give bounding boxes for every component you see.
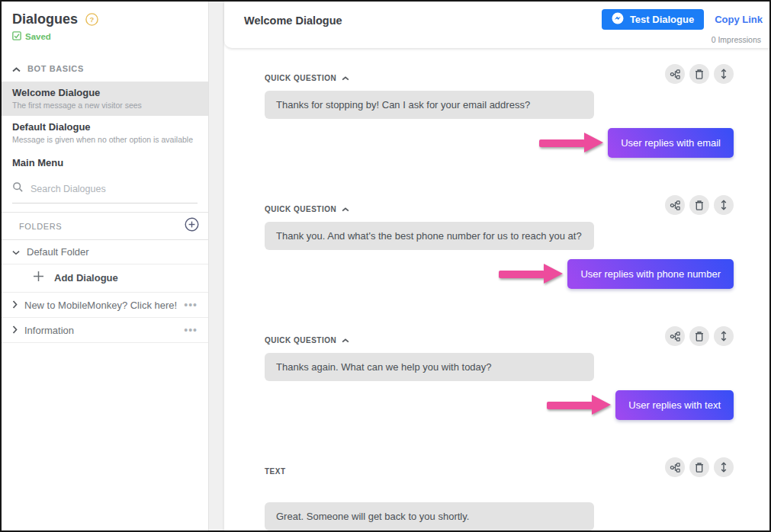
folder-new-to-mobilemonkey[interactable]: New to MobileMonkey? Click here! ••• [2, 292, 208, 317]
dialogue-item-description: Message is given when no other option is… [12, 135, 198, 144]
user-reply-button[interactable]: User replies with phone number [567, 259, 734, 289]
widget-type-toggle[interactable]: QUICK QUESTION [265, 336, 349, 346]
folder-information[interactable]: Information ••• [2, 317, 208, 343]
user-reply-button[interactable]: User replies with email [608, 128, 734, 158]
chevron-down-icon [12, 246, 20, 258]
plus-icon [33, 271, 44, 285]
folder-label: New to MobileMonkey? Click here! [24, 300, 184, 311]
bot-message-bubble[interactable]: Thanks for stopping by! Can I ask for yo… [265, 91, 594, 119]
bot-basics-label: BOT BASICS [27, 64, 84, 73]
delete-widget-button[interactable] [689, 195, 709, 215]
test-dialogue-label: Test Dialogue [630, 14, 694, 25]
chevron-right-icon [12, 300, 18, 311]
widget-quick-question-2: QUICK QUESTION Thank you. And what's the… [265, 195, 734, 289]
chevron-up-icon [342, 74, 349, 82]
annotation-arrow [547, 395, 611, 415]
saved-check-icon [12, 30, 21, 43]
add-dialogue-button[interactable]: Add Dialogue [2, 264, 208, 292]
app-window: Dialogues ? Saved BOT BASICS Welcome Dia… [0, 0, 771, 532]
widget-quick-question-1: QUICK QUESTION Thanks for stopping by! C… [265, 64, 734, 158]
connections-button[interactable] [665, 195, 685, 215]
folder-label: Default Folder [27, 246, 89, 258]
chevron-up-icon [342, 336, 349, 345]
connections-button[interactable] [665, 457, 685, 477]
user-reply-button[interactable]: User replies with text [615, 390, 734, 420]
svg-text:?: ? [90, 15, 95, 24]
ellipsis-icon[interactable]: ••• [184, 324, 198, 336]
dialogues-sidebar: Dialogues ? Saved BOT BASICS Welcome Dia… [2, 2, 209, 530]
dialogue-item-description: The first message a new visitor sees [12, 101, 198, 110]
copy-link[interactable]: Copy Link [715, 14, 763, 25]
sidebar-title: Dialogues [12, 11, 78, 27]
bot-message-bubble[interactable]: Thanks again. What can we help you with … [265, 353, 594, 381]
bot-basics-section-toggle[interactable]: BOT BASICS [12, 62, 198, 75]
folders-label: FOLDERS [19, 222, 62, 231]
folder-default[interactable]: Default Folder [2, 240, 208, 264]
dialogue-item-label: Default Dialogue [12, 121, 198, 133]
annotation-arrow [539, 133, 603, 153]
sidebar-item-default-dialogue[interactable]: Default Dialogue Message is given when n… [2, 116, 208, 150]
connections-button[interactable] [665, 64, 685, 84]
ellipsis-icon[interactable]: ••• [184, 299, 198, 311]
widget-type-label: QUICK QUESTION [265, 336, 336, 345]
widget-text: TEXT Great. Someone will get back to you… [265, 457, 734, 530]
reorder-widget-button[interactable] [714, 326, 734, 346]
search-input[interactable] [31, 184, 168, 194]
sidebar-item-welcome-dialogue[interactable]: Welcome Dialogue The first message a new… [2, 82, 208, 116]
reorder-widget-button[interactable] [714, 457, 734, 477]
dialogue-search [12, 181, 198, 204]
annotation-arrow [499, 264, 563, 284]
add-dialogue-label: Add Dialogue [54, 272, 118, 284]
help-icon[interactable]: ? [85, 13, 98, 26]
saved-status: Saved [25, 32, 51, 41]
folders-header: FOLDERS [2, 212, 208, 240]
chevron-right-icon [12, 325, 18, 336]
folder-label: Information [24, 325, 184, 336]
widget-type-toggle[interactable]: QUICK QUESTION [265, 74, 349, 84]
widget-quick-question-3: QUICK QUESTION Thanks again. What can we… [265, 326, 734, 420]
dialogue-title: Welcome Dialogue [244, 14, 342, 48]
delete-widget-button[interactable] [689, 457, 709, 477]
dialogue-header: Welcome Dialogue Test Dialogue Copy Link… [224, 2, 769, 48]
chevron-up-icon [12, 62, 21, 75]
widget-type-label: QUICK QUESTION [265, 74, 336, 82]
reorder-widget-button[interactable] [714, 64, 734, 84]
bot-message-bubble[interactable]: Great. Someone will get back to you shor… [265, 502, 594, 530]
reorder-widget-button[interactable] [714, 195, 734, 215]
test-dialogue-button[interactable]: Test Dialogue [602, 9, 704, 30]
dialogue-item-label: Main Menu [12, 157, 198, 168]
search-icon [12, 181, 24, 196]
connections-button[interactable] [665, 326, 685, 346]
widget-type-label: TEXT [265, 467, 286, 476]
impressions-count: 0 Impressions [712, 35, 761, 44]
dialogue-item-label: Welcome Dialogue [12, 87, 198, 98]
delete-widget-button[interactable] [689, 64, 709, 84]
bot-message-bubble[interactable]: Thank you. And what's the best phone num… [265, 222, 594, 250]
add-folder-icon[interactable] [185, 217, 199, 235]
dialogue-editor: Welcome Dialogue Test Dialogue Copy Link… [209, 2, 769, 530]
widget-type-label: QUICK QUESTION [265, 205, 336, 213]
sidebar-item-main-menu[interactable]: Main Menu [2, 150, 208, 175]
widget-type-toggle[interactable]: TEXT [265, 467, 286, 477]
widget-canvas: QUICK QUESTION Thanks for stopping by! C… [224, 48, 769, 530]
chevron-up-icon [342, 205, 349, 213]
delete-widget-button[interactable] [689, 326, 709, 346]
widget-type-toggle[interactable]: QUICK QUESTION [265, 205, 349, 215]
messenger-bolt-icon [612, 12, 624, 27]
